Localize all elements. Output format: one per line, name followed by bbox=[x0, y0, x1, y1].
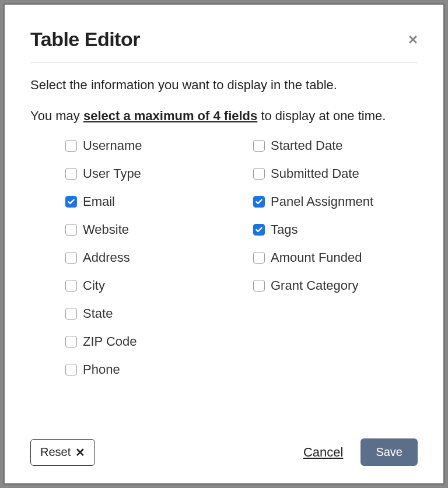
field-row[interactable]: Started Date bbox=[253, 138, 418, 153]
field-label: Panel Assignment bbox=[271, 194, 373, 209]
checkbox[interactable] bbox=[253, 140, 265, 152]
modal-title: Table Editor bbox=[30, 28, 140, 51]
field-label: Username bbox=[83, 138, 142, 153]
fields-column-left: UsernameUser TypeEmailWebsiteAddressCity… bbox=[65, 138, 230, 433]
field-row[interactable]: Tags bbox=[253, 222, 418, 237]
checkbox[interactable] bbox=[65, 224, 77, 236]
field-label: Submitted Date bbox=[271, 166, 359, 181]
cancel-button[interactable]: Cancel bbox=[303, 445, 343, 460]
checkbox[interactable] bbox=[65, 280, 77, 292]
field-row[interactable]: Email bbox=[65, 194, 230, 209]
field-row[interactable]: Panel Assignment bbox=[253, 194, 418, 209]
field-row[interactable]: City bbox=[65, 278, 230, 293]
field-label: City bbox=[83, 278, 105, 293]
field-label: User Type bbox=[83, 166, 141, 181]
checkbox[interactable] bbox=[65, 168, 77, 180]
field-row[interactable]: Website bbox=[65, 222, 230, 237]
field-label: Tags bbox=[271, 222, 298, 237]
field-label: State bbox=[83, 306, 113, 321]
checkbox[interactable] bbox=[253, 252, 265, 264]
checkbox[interactable] bbox=[65, 308, 77, 320]
field-label: Email bbox=[83, 194, 115, 209]
fields-columns: UsernameUser TypeEmailWebsiteAddressCity… bbox=[30, 138, 418, 433]
close-button[interactable]: × bbox=[408, 31, 418, 48]
fields-column-right: Started DateSubmitted DatePanel Assignme… bbox=[253, 138, 418, 433]
field-label: Grant Category bbox=[271, 278, 358, 293]
x-icon: ✕ bbox=[75, 445, 85, 459]
reset-label: Reset bbox=[40, 445, 71, 459]
instruction-line-1: Select the information you want to displ… bbox=[30, 77, 418, 94]
table-editor-modal: Table Editor × Select the information yo… bbox=[3, 3, 445, 485]
field-row[interactable]: Phone bbox=[65, 362, 230, 377]
field-row[interactable]: Address bbox=[65, 250, 230, 265]
field-label: Phone bbox=[83, 362, 120, 377]
field-label: Website bbox=[83, 222, 129, 237]
field-label: ZIP Code bbox=[83, 334, 137, 349]
field-row[interactable]: Submitted Date bbox=[253, 166, 418, 181]
checkbox[interactable] bbox=[65, 364, 77, 375]
reset-button[interactable]: Reset ✕ bbox=[30, 439, 95, 466]
modal-footer: Reset ✕ Cancel Save bbox=[30, 433, 418, 466]
save-button[interactable]: Save bbox=[360, 438, 418, 466]
field-row[interactable]: State bbox=[65, 306, 230, 321]
field-label: Started Date bbox=[271, 138, 343, 153]
checkbox[interactable] bbox=[65, 336, 77, 347]
field-row[interactable]: Grant Category bbox=[253, 278, 418, 293]
checkbox[interactable] bbox=[253, 168, 265, 180]
checkbox[interactable] bbox=[65, 252, 77, 264]
checkbox[interactable] bbox=[253, 224, 265, 236]
field-label: Address bbox=[83, 250, 130, 265]
field-row[interactable]: ZIP Code bbox=[65, 334, 230, 349]
checkbox[interactable] bbox=[253, 196, 265, 208]
checkbox[interactable] bbox=[253, 280, 265, 292]
modal-header: Table Editor × bbox=[30, 28, 418, 63]
checkbox[interactable] bbox=[65, 196, 77, 208]
field-label: Amount Funded bbox=[271, 250, 362, 265]
checkbox[interactable] bbox=[65, 140, 77, 152]
field-row[interactable]: Username bbox=[65, 138, 230, 153]
field-row[interactable]: Amount Funded bbox=[253, 250, 418, 265]
instruction-emphasis: select a maximum of 4 fields bbox=[83, 108, 257, 123]
instruction-line-2: You may select a maximum of 4 fields to … bbox=[30, 108, 418, 125]
close-icon: × bbox=[408, 30, 418, 48]
footer-right: Cancel Save bbox=[303, 438, 418, 466]
field-row[interactable]: User Type bbox=[65, 166, 230, 181]
